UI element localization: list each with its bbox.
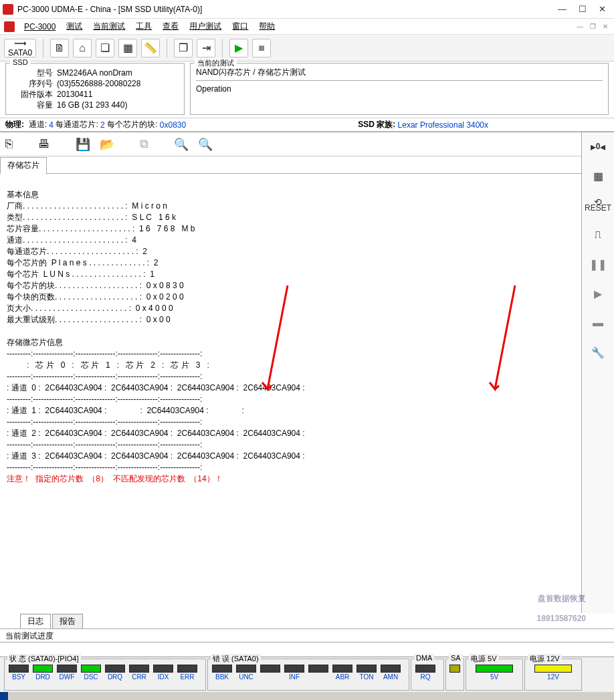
dma-legend: DMA xyxy=(414,654,434,662)
save-icon[interactable]: 💾 xyxy=(76,137,90,152)
toolbar-btn-copy[interactable]: ❐ xyxy=(174,39,193,57)
sata-port-button[interactable]: ⟿ SATA0 xyxy=(4,39,36,57)
channels-label: 通道: xyxy=(29,119,47,130)
toolbar-btn-4[interactable]: ▦ xyxy=(118,39,137,57)
toolbar-btn-exit[interactable]: ⇥ xyxy=(197,39,215,57)
content-panel: 基本信息 厂商. . . . . . . . . . . . . . . . .… xyxy=(0,174,581,613)
fw-label: 固件版本 xyxy=(13,89,53,100)
pgsize-row: 页大小. . . . . . . . . . . . . . . . . . .… xyxy=(7,304,173,313)
progress-label: 当前测试进度 xyxy=(0,629,614,643)
led-ton xyxy=(356,665,377,673)
serial-value: (03)5526888-20080228 xyxy=(57,78,140,89)
pwr12-legend: 电源 12V xyxy=(528,654,562,664)
chip-table-hr4: ---------:---------------:--------------… xyxy=(7,417,202,427)
current-test-box: 当前的测试 NAND闪存芯片 / 存储芯片测试 Operation xyxy=(190,63,609,115)
menu-help[interactable]: 帮助 xyxy=(253,21,280,32)
led-bsy xyxy=(9,665,29,673)
led-inf xyxy=(284,665,304,673)
status-error-group: 错 误 (SATA0) BBK UNC INF ABR TON AMN xyxy=(207,659,409,691)
reset-button[interactable]: ⟲RESET xyxy=(588,195,608,215)
toolbar-btn-3[interactable]: ❏ xyxy=(96,39,114,57)
status-dma-group: DMA RQ xyxy=(411,659,444,691)
power-button[interactable]: ▸0◂ xyxy=(588,136,608,156)
menu-test[interactable]: 测试 xyxy=(61,21,88,32)
ruler-icon: 📏 xyxy=(144,41,157,54)
tab-report[interactable]: 报告 xyxy=(52,614,83,628)
chip-table-hr3: ---------:---------------:--------------… xyxy=(7,394,202,404)
vendor-row: 厂商. . . . . . . . . . . . . . . . . . . … xyxy=(7,201,167,211)
minimize-button[interactable]: — xyxy=(558,4,567,14)
find-next-icon[interactable]: 🔍 xyxy=(198,137,213,152)
chip-right-button[interactable]: ▬ xyxy=(588,313,608,333)
print-icon[interactable]: 🖶 xyxy=(38,137,50,151)
close-button[interactable]: ✕ xyxy=(599,4,606,14)
tab-log[interactable]: 日志 xyxy=(20,614,51,628)
export-icon[interactable]: ⎘ xyxy=(5,137,13,151)
main-toolbar: ⟿ SATA0 🗎 ⌂ ❏ ▦ 📏 ❐ ⇥ ▶ ■ xyxy=(0,35,614,62)
led-5v xyxy=(476,665,513,673)
chip-table-hr1: ---------:---------------:--------------… xyxy=(7,349,202,358)
play-icon: ▶ xyxy=(235,41,243,54)
app-icon xyxy=(3,4,13,15)
warning-text: 注意！ 指定的芯片数 （8） 不匹配发现的芯片数 （14）！ xyxy=(7,474,223,483)
pause-button[interactable]: ❚❚ xyxy=(588,254,608,274)
error-legend: 错 误 (SATA0) xyxy=(211,654,261,664)
menu-tools[interactable]: 工具 xyxy=(130,21,157,32)
toolbar-btn-5[interactable]: 📏 xyxy=(141,39,160,57)
test-path: NAND闪存芯片 / 存储芯片测试 xyxy=(196,66,603,78)
title-bar: PC-3000 UDMA-E - China - [SM SSD Utility… xyxy=(0,0,614,19)
panel-tabs: 存储芯片 xyxy=(0,156,581,174)
sa-legend: SA xyxy=(449,654,463,662)
toolbar-btn-stop[interactable]: ■ xyxy=(252,39,271,57)
chip-row-0: : 通道 0 : 2C64403CA904 : 2C64403CA904 : 2… xyxy=(7,383,305,392)
toolbar-btn-1[interactable]: 🗎 xyxy=(50,39,69,57)
chip-row-3: : 通道 3 : 2C64403CA904 : 2C64403CA904 : 2… xyxy=(7,451,305,461)
led-err xyxy=(177,665,197,673)
status-sa-group: SA xyxy=(445,659,464,691)
maximize-button[interactable]: ☐ xyxy=(579,4,587,14)
bottom-tabs: 日志 报告 xyxy=(0,613,614,629)
menu-user-test[interactable]: 用户测试 xyxy=(184,21,227,32)
led-sa xyxy=(449,665,460,673)
chip-table-hr6: ---------:---------------:--------------… xyxy=(7,463,202,472)
stop-icon: ■ xyxy=(258,42,265,54)
ssd-info-box: SSD 型号SM2246AA nonDram 序列号(03)5526888-20… xyxy=(5,63,185,115)
led-e5 xyxy=(308,665,328,673)
mdi-minimize-button[interactable]: — xyxy=(575,23,585,30)
mdi-restore-button[interactable]: ❐ xyxy=(588,23,598,30)
cap-label: 容量 xyxy=(13,100,53,110)
retry-row: 最大重试级别. . . . . . . . . . . . . . . . . … xyxy=(7,315,171,324)
menu-window[interactable]: 窗口 xyxy=(227,21,253,32)
family-value: Lexar Professional 3400x xyxy=(398,120,488,130)
menu-view[interactable]: 查看 xyxy=(157,21,184,32)
status-state-group: 状 态 (SATA0)-[PIO4] BSY DRD DWF DSC DRQ C… xyxy=(4,659,206,691)
menu-current-test[interactable]: 当前测试 xyxy=(88,21,130,32)
toolbar-btn-2[interactable]: ⌂ xyxy=(73,39,92,57)
menu-app[interactable]: PC-3000 xyxy=(19,22,61,31)
physical-info-bar: 物理: 通道: 4 每通道芯片: 2 每个芯片的块: 0x0830 SSD 家族… xyxy=(0,118,614,132)
stack-icon: ❏ xyxy=(100,41,110,54)
chip-info-title: 存储微芯片信息 xyxy=(7,338,63,347)
cap-value: 16 GB (31 293 440) xyxy=(57,100,127,110)
window-title: PC-3000 UDMA-E - China - [SM SSD Utility… xyxy=(17,5,558,14)
current-test-legend: 当前的测试 xyxy=(195,58,237,68)
left-panel: ⎘ 🖶 💾 📂 ⧉ 🔍 🔍 存储芯片 基本信息 厂商. . . . . . . … xyxy=(0,132,582,613)
open-icon[interactable]: 📂 xyxy=(100,137,114,152)
chip-view-button[interactable]: ▦ xyxy=(588,166,608,186)
usb-button[interactable]: ⎍ xyxy=(588,225,608,245)
toolbar-btn-play[interactable]: ▶ xyxy=(229,39,248,57)
settings-button[interactable]: 🔧 xyxy=(588,342,608,362)
play-right-button[interactable]: ▶ xyxy=(588,283,608,304)
status-pwr12-group: 电源 12V 12V xyxy=(524,659,582,691)
ppb-row: 每个块的页数. . . . . . . . . . . . . . . . . … xyxy=(7,292,184,302)
copy-panel-icon[interactable]: ⧉ xyxy=(140,137,148,151)
blocks-per-chip-label: 每个芯片的块: xyxy=(107,119,157,130)
planes-row: 每个芯片的 P l a n e s . . . . . . . . . . . … xyxy=(7,258,159,267)
tab-storage-chip[interactable]: 存储芯片 xyxy=(0,157,47,174)
operation-label: Operation xyxy=(196,83,603,95)
mdi-close-button[interactable]: ✕ xyxy=(601,23,610,30)
find-icon[interactable]: 🔍 xyxy=(174,137,189,152)
led-amn xyxy=(381,665,401,673)
main-area: ⎘ 🖶 💾 📂 ⧉ 🔍 🔍 存储芯片 基本信息 厂商. . . . . . . … xyxy=(0,132,614,613)
led-unc xyxy=(236,665,256,673)
